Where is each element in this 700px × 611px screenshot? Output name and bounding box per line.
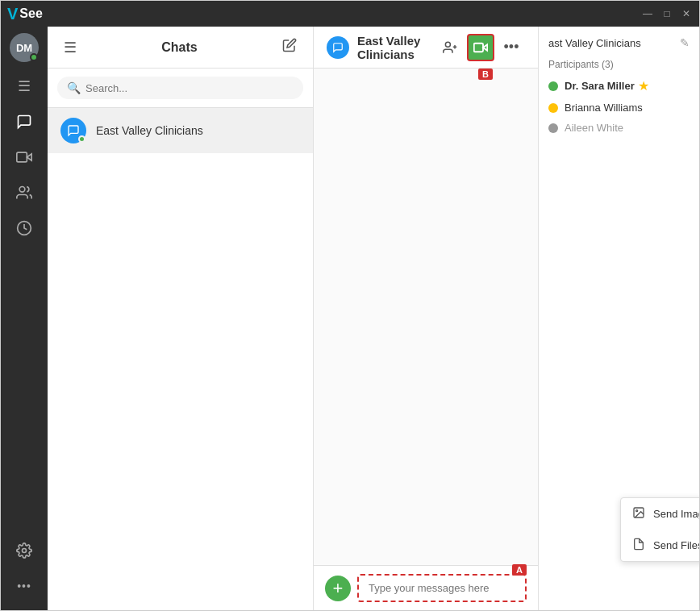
minimize-button[interactable]: — — [641, 7, 654, 20]
more-icon[interactable]: ••• — [10, 572, 39, 601]
participants-label: Participants (3) — [548, 59, 690, 70]
svg-point-5 — [445, 42, 450, 47]
svg-marker-0 — [27, 154, 31, 160]
contacts-icon[interactable] — [10, 178, 39, 207]
svg-point-2 — [19, 187, 25, 193]
context-menu: Send Images Send Files — [620, 497, 699, 562]
send-files-option[interactable]: Send Files — [621, 530, 699, 561]
maximize-button[interactable]: □ — [660, 7, 673, 20]
app-logo: VSee — [7, 5, 43, 23]
send-images-icon — [632, 506, 645, 522]
video-icon[interactable] — [10, 143, 39, 172]
close-button[interactable]: ✕ — [680, 7, 693, 20]
participant-status-dot-2 — [548, 103, 558, 113]
search-input[interactable] — [85, 82, 294, 94]
participant-status-dot-1 — [548, 81, 558, 91]
chat-status-dot — [78, 135, 85, 143]
menu-button[interactable]: ☰ — [60, 35, 80, 60]
participant-name-3: Aileen White — [565, 122, 623, 134]
app-window: VSee — □ ✕ DM ☰ — [0, 0, 700, 611]
online-status-dot — [30, 53, 38, 61]
chat-item-avatar — [60, 118, 86, 143]
search-wrapper: 🔍 — [57, 77, 303, 99]
svg-point-11 — [636, 510, 638, 512]
participant-status-dot-3 — [548, 123, 558, 133]
search-icon: 🔍 — [67, 81, 81, 94]
header-actions: ••• — [436, 34, 525, 61]
sidebar: DM ☰ — [1, 27, 48, 610]
chat-icon[interactable] — [10, 107, 39, 136]
search-bar: 🔍 — [48, 69, 313, 108]
edit-title-icon[interactable]: ✎ — [680, 36, 690, 49]
chat-input-area: + A — [314, 565, 538, 610]
annotation-a-label: A — [512, 564, 527, 576]
send-images-label: Send Images — [653, 508, 699, 520]
main-layout: DM ☰ — [1, 27, 699, 610]
panel-title: ast Valley Clinicians — [548, 37, 641, 49]
avatar-initials: DM — [16, 42, 32, 54]
annotation-b-label: B — [478, 69, 493, 80]
chat-list-title: Chats — [80, 40, 279, 55]
settings-icon[interactable] — [10, 536, 39, 565]
history-icon[interactable] — [10, 214, 39, 243]
chat-item-name: East Valley Clinicians — [96, 124, 203, 137]
chat-header-title: East Valley Clinicians — [357, 34, 436, 61]
titlebar: VSee — □ ✕ — [1, 1, 699, 27]
message-input[interactable] — [357, 574, 527, 602]
send-files-label: Send Files — [653, 539, 699, 551]
video-call-button[interactable] — [467, 34, 494, 61]
chat-list-panel: ☰ Chats 🔍 — [48, 27, 314, 610]
svg-rect-1 — [17, 152, 27, 162]
send-images-option[interactable]: Send Images — [621, 498, 699, 530]
send-files-icon — [632, 538, 645, 553]
hamburger-icon[interactable]: ☰ — [10, 72, 39, 101]
participant-3: Aileen White — [548, 122, 690, 134]
participant-2: Brianna Williams — [548, 102, 690, 114]
more-options-button[interactable]: ••• — [498, 34, 525, 61]
participant-name-2: Brianna Williams — [565, 102, 643, 114]
svg-rect-9 — [474, 43, 483, 52]
logo-see: See — [19, 6, 42, 21]
chat-main: East Valley Clinicians — [314, 27, 538, 610]
chat-body — [314, 69, 538, 565]
chat-header-avatar — [327, 36, 349, 59]
window-controls: — □ ✕ — [641, 7, 693, 20]
panel-title-row: ast Valley Clinicians ✎ — [548, 36, 690, 49]
compose-button[interactable] — [279, 35, 300, 60]
participant-name-1: Dr. Sara Miller — [565, 80, 635, 92]
participant-star-1: ★ — [638, 78, 649, 94]
add-attachment-button[interactable]: + — [325, 576, 351, 601]
participant-1: Dr. Sara Miller ★ — [548, 78, 690, 94]
chat-header: East Valley Clinicians — [314, 27, 538, 69]
add-participant-button[interactable] — [436, 34, 464, 61]
chat-item-east-valley[interactable]: East Valley Clinicians — [48, 108, 313, 153]
chat-list-header: ☰ Chats — [48, 27, 313, 69]
logo-v: V — [7, 5, 18, 23]
svg-point-4 — [23, 549, 27, 553]
avatar[interactable]: DM — [10, 33, 39, 62]
